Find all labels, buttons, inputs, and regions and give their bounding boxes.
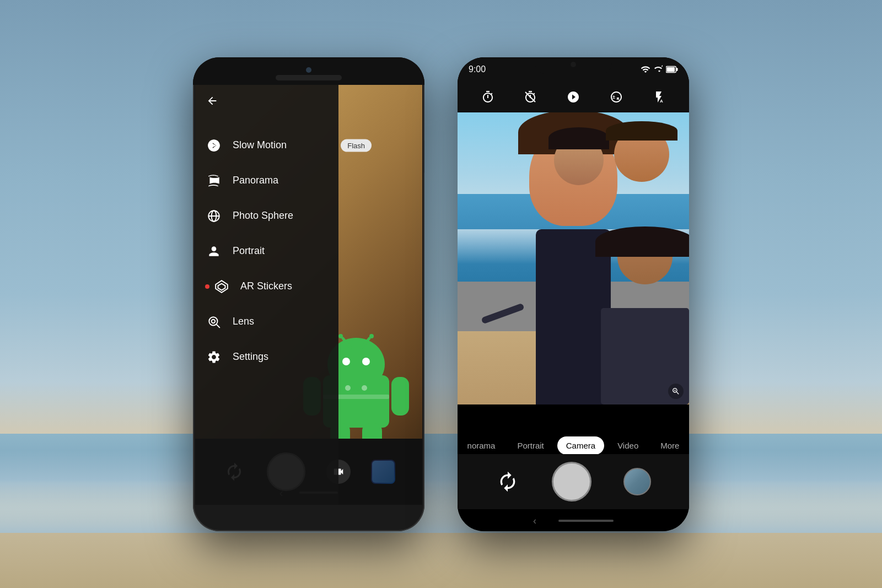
svg-text:±: ± (612, 94, 615, 100)
status-time: 9:00 (469, 64, 486, 74)
battery-icon (666, 66, 678, 73)
gallery-thumbnail-right[interactable] (623, 468, 651, 495)
notch-left (193, 57, 424, 85)
screen-right: 9:00 (458, 57, 689, 531)
flash-auto-icon[interactable]: A (652, 90, 665, 104)
front-camera-right (571, 62, 576, 67)
photo-sphere-icon (206, 208, 222, 224)
ar-stickers-label: AR Stickers (240, 280, 292, 292)
status-icons (641, 64, 678, 74)
lens-label: Lens (233, 316, 254, 327)
front-camera-left (306, 67, 311, 73)
svg-rect-27 (676, 68, 678, 71)
svg-point-14 (362, 385, 367, 391)
svg-point-21 (209, 317, 217, 325)
svg-text:A: A (660, 99, 663, 104)
portrait-icon (206, 244, 222, 259)
photo-sphere-label: Photo Sphere (233, 210, 293, 222)
hdr-icon[interactable] (567, 90, 580, 104)
timer-off-icon[interactable] (524, 90, 537, 104)
svg-point-3 (362, 358, 370, 365)
svg-point-13 (345, 385, 351, 391)
svg-point-7 (369, 334, 374, 338)
flash-badge: Flash (341, 139, 372, 152)
svg-point-5 (338, 334, 343, 338)
hair-back (548, 127, 609, 149)
side-menu: Slow Motion Flash Panorama (195, 84, 338, 505)
tab-more[interactable]: More (652, 436, 688, 455)
panorama-label: Panorama (233, 175, 278, 186)
exposure-icon[interactable]: ± (610, 90, 623, 104)
shutter-button-right[interactable] (552, 462, 591, 501)
notch-right (535, 57, 612, 74)
side-button (424, 140, 424, 173)
back-button-right[interactable]: ‹ (533, 515, 536, 527)
tab-video[interactable]: Video (609, 436, 647, 455)
svg-rect-9 (391, 377, 409, 416)
menu-item-photo-sphere[interactable]: Photo Sphere (195, 198, 338, 234)
camera-top-bar-right: ± A (458, 82, 689, 112)
portrait-label: Portrait (233, 245, 265, 257)
zoom-button[interactable] (668, 384, 684, 399)
face-back-right (614, 127, 669, 182)
panorama-icon (206, 173, 222, 188)
gallery-thumbnail-left[interactable] (371, 460, 395, 484)
tab-camera[interactable]: Camera (557, 436, 604, 455)
svg-point-2 (342, 358, 350, 365)
slow-motion-label: Slow Motion (233, 139, 287, 151)
camera-viewfinder-right (458, 112, 689, 404)
flip-camera-button-right[interactable] (496, 470, 520, 494)
hair-fr (595, 226, 689, 257)
svg-rect-26 (666, 67, 675, 71)
ar-stickers-icon (214, 279, 229, 294)
menu-item-lens[interactable]: Lens (195, 304, 338, 339)
menu-item-settings[interactable]: Settings (195, 339, 338, 375)
back-arrow-button[interactable] (206, 95, 218, 110)
screen-left: Slow Motion Flash Panorama (195, 84, 422, 505)
phones-container: Slow Motion Flash Panorama (0, 0, 882, 588)
settings-label: Settings (233, 351, 268, 363)
timer-icon[interactable] (481, 90, 494, 104)
menu-items-list: Slow Motion Flash Panorama (195, 128, 338, 375)
menu-item-panorama[interactable]: Panorama (195, 163, 338, 198)
svg-line-22 (217, 324, 220, 327)
lens-icon (206, 314, 222, 330)
tab-panorama[interactable]: norama (459, 436, 504, 455)
settings-icon (206, 349, 222, 365)
svg-point-23 (212, 319, 216, 323)
menu-item-slow-motion[interactable]: Slow Motion Flash (195, 128, 338, 163)
bottom-controls-right (458, 454, 689, 509)
phone-right: 9:00 (458, 57, 689, 531)
wifi-icon (641, 64, 650, 74)
menu-item-portrait[interactable]: Portrait (195, 234, 338, 269)
phone-left: Slow Motion Flash Panorama (193, 57, 424, 531)
svg-marker-24 (661, 65, 663, 67)
slow-motion-icon (206, 138, 222, 153)
hair-br (606, 121, 677, 141)
svg-marker-20 (218, 283, 225, 290)
signal-icon (654, 65, 663, 74)
ar-dot (205, 284, 209, 289)
tab-portrait[interactable]: Portrait (508, 436, 552, 455)
person-front-right (601, 229, 689, 404)
face-back-center (554, 136, 604, 185)
face-front-right (617, 229, 673, 284)
selfie-photo (458, 112, 689, 404)
home-indicator-right (558, 520, 614, 522)
menu-item-ar-stickers[interactable]: AR Stickers (195, 269, 338, 304)
bottom-nav-right: ‹ (458, 515, 689, 527)
